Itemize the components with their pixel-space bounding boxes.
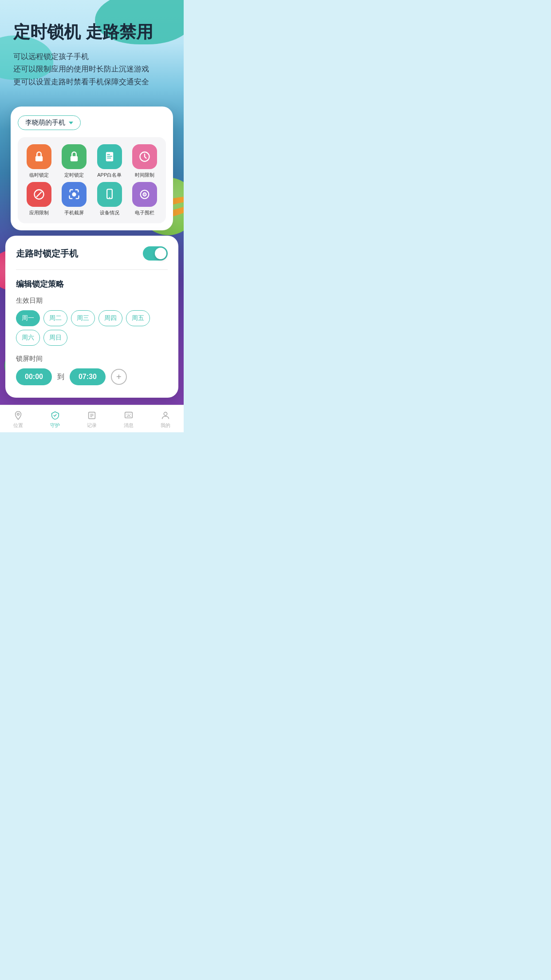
- tab-label-record: 记录: [87, 422, 97, 429]
- day-chips: 周一 周二 周三 周四 周五 周六 周日: [16, 310, 168, 346]
- plus-icon: +: [116, 372, 122, 382]
- day-chip-thu[interactable]: 周四: [98, 310, 122, 326]
- icon-circle-geofence: [132, 182, 157, 207]
- day-chip-wed[interactable]: 周三: [71, 310, 95, 326]
- tab-item-message[interactable]: 消息: [115, 411, 142, 429]
- subtitle: 可以远程锁定孩子手机 还可以限制应用的使用时长防止沉迷游戏 更可以设置走路时禁看…: [13, 51, 170, 89]
- walking-lock-toggle[interactable]: [143, 246, 168, 261]
- icon-circle-lock-timer: [62, 144, 87, 169]
- time-row: 00:00 到 07:30 +: [16, 368, 168, 385]
- page-wrapper: 定时锁机 走路禁用 可以远程锁定孩子手机 还可以限制应用的使用时长防止沉迷游戏 …: [0, 0, 184, 432]
- toggle-row: 走路时锁定手机: [16, 246, 168, 270]
- whitelist-icon: [103, 150, 116, 163]
- profile-icon: [161, 411, 170, 420]
- time-limit-icon: [138, 150, 151, 163]
- icons-grid: 临时锁定 定时锁定: [18, 137, 166, 223]
- icons-row-1: 临时锁定 定时锁定: [21, 144, 162, 178]
- icon-item-设备情况[interactable]: 设备情况: [94, 182, 126, 216]
- day-chip-sun[interactable]: 周日: [43, 330, 67, 346]
- tab-label-profile: 我的: [161, 422, 170, 429]
- svg-point-9: [72, 193, 76, 197]
- day-chip-mon[interactable]: 周一: [16, 310, 40, 326]
- icon-item-手机截屏[interactable]: 手机截屏: [58, 182, 90, 216]
- device-icon: [103, 188, 116, 201]
- message-icon: [124, 411, 134, 420]
- record-icon: [87, 411, 97, 420]
- lock-time-label: 锁屏时间: [16, 355, 168, 363]
- tab-label-location: 位置: [13, 422, 23, 429]
- screenshot-icon: [68, 188, 80, 201]
- icon-label-app-limit: 应用限制: [29, 209, 49, 216]
- lock-timer-icon: [68, 150, 80, 163]
- tab-item-shield[interactable]: 守护: [42, 411, 68, 429]
- icons-row-2: 应用限制 手机截屏: [21, 182, 162, 216]
- svg-line-8: [36, 192, 42, 197]
- icon-item-时间限制[interactable]: 时间限制: [129, 144, 161, 178]
- icon-circle-time-limit: [132, 144, 157, 169]
- time-to-text: 到: [57, 372, 64, 382]
- svg-point-22: [128, 414, 129, 415]
- tab-item-location[interactable]: 位置: [5, 411, 31, 429]
- app-limit-icon: [33, 188, 45, 201]
- geofence-icon: [138, 188, 151, 201]
- device-selector[interactable]: 李晓萌的手机: [18, 115, 81, 130]
- header-section: 定时锁机 走路禁用 可以远程锁定孩子手机 还可以限制应用的使用时长防止沉迷游戏 …: [0, 0, 184, 98]
- subtitle-line2: 还可以限制应用的使用时长防止沉迷游戏: [13, 65, 149, 73]
- tab-item-record[interactable]: 记录: [79, 411, 105, 429]
- walking-lock-label: 走路时锁定手机: [16, 248, 78, 260]
- svg-point-11: [109, 197, 110, 198]
- tab-label-shield: 守护: [50, 422, 60, 429]
- icon-circle-lock-temp: [27, 144, 51, 169]
- tab-item-profile[interactable]: 我的: [152, 411, 179, 429]
- svg-rect-3: [107, 154, 110, 155]
- svg-point-14: [144, 194, 145, 195]
- svg-rect-1: [71, 156, 78, 162]
- icon-item-应用限制[interactable]: 应用限制: [23, 182, 55, 216]
- icon-label-whitelist: APP白名单: [97, 172, 122, 178]
- svg-rect-20: [125, 412, 133, 418]
- icon-label-geofence: 电子围栏: [135, 209, 154, 216]
- day-chip-sat[interactable]: 周六: [16, 330, 40, 346]
- chevron-down-icon: [69, 122, 73, 124]
- day-chip-fri[interactable]: 周五: [126, 310, 150, 326]
- bottom-card: 走路时锁定手机 编辑锁定策略 生效日期 周一 周二 周三 周四 周五 周六 周日…: [5, 236, 178, 398]
- svg-point-21: [126, 414, 127, 415]
- tab-bar: 位置 守护 记录: [0, 405, 184, 432]
- main-title: 定时锁机 走路禁用: [13, 22, 170, 43]
- icon-circle-screenshot: [62, 182, 87, 207]
- device-name: 李晓萌的手机: [25, 119, 65, 127]
- icon-circle-app-limit: [27, 182, 51, 207]
- tab-label-message: 消息: [124, 422, 134, 429]
- icon-circle-whitelist: [97, 144, 122, 169]
- effective-date-label: 生效日期: [16, 296, 168, 305]
- subtitle-line1: 可以远程锁定孩子手机: [13, 52, 89, 61]
- icon-label-time-limit: 时间限制: [135, 172, 154, 178]
- svg-point-15: [17, 413, 20, 415]
- svg-point-23: [130, 414, 131, 415]
- toggle-knob: [155, 248, 166, 259]
- icon-circle-device: [97, 182, 122, 207]
- time-start-chip[interactable]: 00:00: [16, 368, 52, 385]
- icon-item-临时锁定[interactable]: 临时锁定: [23, 144, 55, 178]
- policy-section-title: 编辑锁定策略: [16, 279, 168, 289]
- icon-item-电子围栏[interactable]: 电子围栏: [129, 182, 161, 216]
- icon-label-device: 设备情况: [100, 209, 119, 216]
- svg-rect-5: [107, 158, 111, 159]
- location-icon: [13, 411, 23, 420]
- icon-item-定时锁定[interactable]: 定时锁定: [58, 144, 90, 178]
- icon-label-lock-temp: 临时锁定: [29, 172, 49, 178]
- icon-label-screenshot: 手机截屏: [64, 209, 84, 216]
- subtitle-line3: 更可以设置走路时禁看手机保障交通安全: [13, 78, 149, 86]
- icon-label-lock-timer: 定时锁定: [64, 172, 84, 178]
- add-time-button[interactable]: +: [111, 369, 127, 385]
- icon-item-APP白名单[interactable]: APP白名单: [94, 144, 126, 178]
- lock-temp-icon: [33, 150, 45, 163]
- svg-rect-4: [107, 156, 112, 157]
- svg-point-24: [164, 412, 167, 415]
- svg-rect-0: [35, 156, 43, 162]
- phone-card: 李晓萌的手机 临时锁定: [11, 107, 173, 230]
- shield-icon: [50, 411, 60, 420]
- time-end-chip[interactable]: 07:30: [70, 368, 106, 385]
- day-chip-tue[interactable]: 周二: [43, 310, 67, 326]
